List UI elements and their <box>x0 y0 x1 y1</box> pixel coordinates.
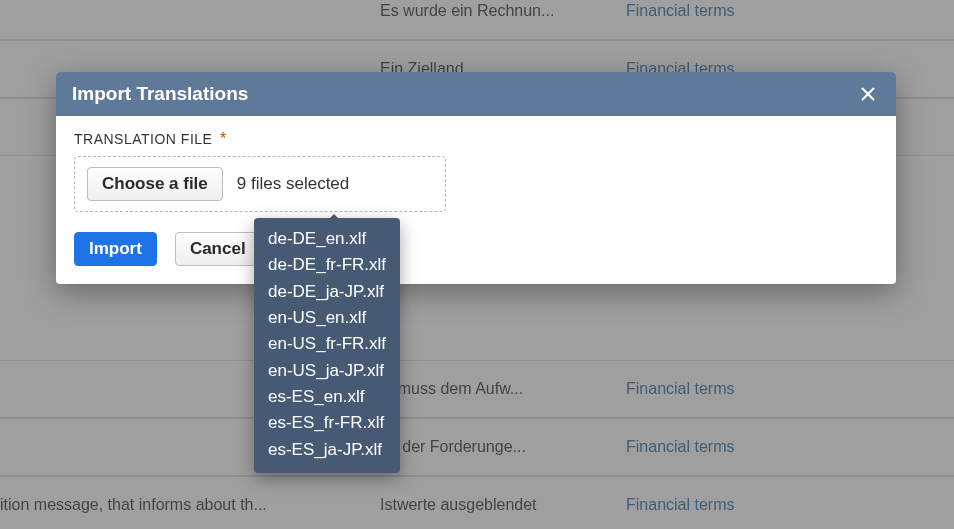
tooltip-file-item: en-US_en.xlf <box>268 305 386 331</box>
field-label-row: TRANSLATION FILE * <box>74 130 878 148</box>
dialog-title: Import Translations <box>72 83 248 105</box>
tooltip-file-item: de-DE_ja-JP.xlf <box>268 279 386 305</box>
dialog-header: Import Translations <box>56 72 896 116</box>
file-dropzone[interactable]: Choose a file 9 files selected <box>74 156 446 212</box>
dialog-body: TRANSLATION FILE * Choose a file 9 files… <box>56 116 896 232</box>
dialog-footer: Import Cancel <box>56 232 896 284</box>
file-selected-status: 9 files selected <box>237 174 349 194</box>
tooltip-file-item: de-DE_fr-FR.xlf <box>268 252 386 278</box>
translation-file-label: TRANSLATION FILE <box>74 131 212 147</box>
file-list-tooltip: de-DE_en.xlfde-DE_fr-FR.xlfde-DE_ja-JP.x… <box>254 218 400 473</box>
import-translations-dialog: Import Translations TRANSLATION FILE * C… <box>56 72 896 284</box>
choose-file-button[interactable]: Choose a file <box>87 167 223 201</box>
tooltip-file-item: es-ES_en.xlf <box>268 384 386 410</box>
tooltip-file-item: es-ES_ja-JP.xlf <box>268 437 386 463</box>
tooltip-file-item: en-US_fr-FR.xlf <box>268 331 386 357</box>
import-button[interactable]: Import <box>74 232 157 266</box>
required-indicator: * <box>220 130 226 147</box>
cancel-button[interactable]: Cancel <box>175 232 261 266</box>
tooltip-file-item: en-US_ja-JP.xlf <box>268 358 386 384</box>
tooltip-file-item: es-ES_fr-FR.xlf <box>268 410 386 436</box>
close-icon[interactable] <box>856 82 880 106</box>
tooltip-file-item: de-DE_en.xlf <box>268 226 386 252</box>
